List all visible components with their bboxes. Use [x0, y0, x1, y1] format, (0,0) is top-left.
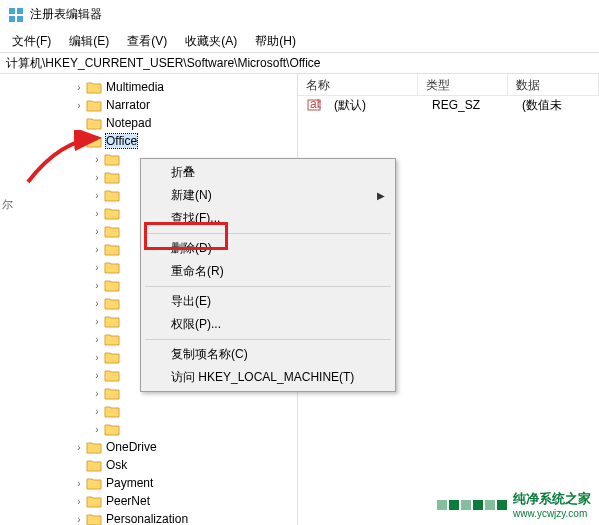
menu-file[interactable]: 文件(F)	[4, 31, 59, 52]
app-icon	[8, 7, 24, 23]
folder-icon	[86, 134, 102, 148]
tree-item[interactable]: Osk	[0, 456, 297, 474]
tree-item-label: Personalization	[106, 512, 188, 525]
chevron-right-icon[interactable]: ›	[72, 100, 86, 111]
menu-item-rename[interactable]: 重命名(R)	[143, 260, 393, 283]
tree-item-label: OneDrive	[106, 440, 157, 454]
folder-icon	[86, 494, 102, 508]
folder-icon	[104, 278, 120, 292]
folder-icon	[104, 350, 120, 364]
col-type[interactable]: 类型	[418, 74, 508, 95]
context-menu: 折叠 新建(N)▶ 查找(F)... 删除(D) 重命名(R) 导出(E) 权限…	[140, 158, 396, 392]
folder-icon	[104, 368, 120, 382]
list-header: 名称 类型 数据	[298, 74, 599, 96]
menu-help[interactable]: 帮助(H)	[247, 31, 304, 52]
tree-item[interactable]: ›PeerNet	[0, 492, 297, 510]
folder-icon	[104, 386, 120, 400]
folder-icon	[104, 206, 120, 220]
submenu-arrow-icon: ▶	[377, 190, 385, 201]
folder-icon	[86, 98, 102, 112]
svg-rect-2	[9, 16, 15, 22]
menu-item-copy-key[interactable]: 复制项名称(C)	[143, 343, 393, 366]
tree-item-label: Notepad	[106, 116, 151, 130]
menu-favorites[interactable]: 收藏夹(A)	[177, 31, 245, 52]
chevron-right-icon[interactable]: ›	[90, 388, 104, 399]
folder-icon	[104, 422, 120, 436]
folder-icon	[86, 476, 102, 490]
cell-data: (数值未	[514, 97, 599, 114]
chevron-right-icon[interactable]: ›	[90, 298, 104, 309]
svg-rect-0	[9, 8, 15, 14]
folder-icon	[104, 224, 120, 238]
address-bar[interactable]: 计算机\HKEY_CURRENT_USER\Software\Microsoft…	[0, 52, 599, 74]
tree-item[interactable]: ›OneDrive	[0, 438, 297, 456]
chevron-right-icon[interactable]: ›	[90, 424, 104, 435]
tree-item-label: Office	[106, 134, 137, 148]
tree-item[interactable]: ›	[0, 402, 297, 420]
menu-item-export[interactable]: 导出(E)	[143, 290, 393, 313]
chevron-right-icon[interactable]: ›	[90, 154, 104, 165]
menu-edit[interactable]: 编辑(E)	[61, 31, 117, 52]
tree-item-label: Narrator	[106, 98, 150, 112]
folder-icon	[104, 242, 120, 256]
chevron-right-icon[interactable]: ›	[90, 334, 104, 345]
folder-icon	[104, 170, 120, 184]
chevron-right-icon[interactable]: ›	[90, 316, 104, 327]
tree-item[interactable]: Notepad	[0, 114, 297, 132]
chevron-right-icon[interactable]: ›	[72, 442, 86, 453]
chevron-right-icon[interactable]: ›	[90, 370, 104, 381]
chevron-right-icon[interactable]: ›	[72, 514, 86, 525]
chevron-right-icon[interactable]: ›	[90, 280, 104, 291]
tree-item-label: Multimedia	[106, 80, 164, 94]
menu-separator	[145, 233, 391, 234]
chevron-right-icon[interactable]: ›	[90, 208, 104, 219]
chevron-right-icon[interactable]: ›	[90, 352, 104, 363]
folder-icon	[104, 296, 120, 310]
col-name[interactable]: 名称	[298, 74, 418, 95]
tree-item[interactable]: ›Multimedia	[0, 78, 297, 96]
tree-item[interactable]: ›Payment	[0, 474, 297, 492]
chevron-right-icon[interactable]: ›	[90, 262, 104, 273]
tree-item[interactable]: ›	[0, 420, 297, 438]
address-text: 计算机\HKEY_CURRENT_USER\Software\Microsoft…	[6, 55, 321, 72]
folder-icon	[104, 188, 120, 202]
tree-item-label: Osk	[106, 458, 127, 472]
chevron-right-icon[interactable]: ›	[90, 244, 104, 255]
tree-item-label: PeerNet	[106, 494, 150, 508]
menu-view[interactable]: 查看(V)	[119, 31, 175, 52]
chevron-down-icon[interactable]: ⌄	[72, 136, 86, 147]
menu-item-new[interactable]: 新建(N)▶	[143, 184, 393, 207]
folder-icon	[86, 116, 102, 130]
tree-item[interactable]: ⌄Office	[0, 132, 297, 150]
menu-item-permissions[interactable]: 权限(P)...	[143, 313, 393, 336]
chevron-right-icon[interactable]: ›	[72, 496, 86, 507]
list-row[interactable]: ab (默认) REG_SZ (数值未	[298, 96, 599, 114]
title-bar: 注册表编辑器	[0, 0, 599, 30]
menu-separator	[145, 339, 391, 340]
watermark-url: www.ycwjzy.com	[513, 508, 591, 519]
folder-icon	[86, 458, 102, 472]
tree-item-label: Payment	[106, 476, 153, 490]
chevron-right-icon[interactable]: ›	[90, 190, 104, 201]
folder-icon	[86, 512, 102, 525]
tree-item[interactable]: ›Personalization	[0, 510, 297, 525]
col-data[interactable]: 数据	[508, 74, 599, 95]
cell-name: (默认)	[326, 97, 424, 114]
window-title: 注册表编辑器	[30, 6, 102, 23]
svg-rect-3	[17, 16, 23, 22]
menu-bar: 文件(F) 编辑(E) 查看(V) 收藏夹(A) 帮助(H)	[0, 30, 599, 52]
chevron-right-icon[interactable]: ›	[72, 82, 86, 93]
menu-item-goto[interactable]: 访问 HKEY_LOCAL_MACHINE(T)	[143, 366, 393, 389]
chevron-right-icon[interactable]: ›	[72, 478, 86, 489]
chevron-right-icon[interactable]: ›	[90, 172, 104, 183]
tree-item[interactable]: ›Narrator	[0, 96, 297, 114]
chevron-right-icon[interactable]: ›	[90, 406, 104, 417]
menu-item-find[interactable]: 查找(F)...	[143, 207, 393, 230]
chevron-right-icon[interactable]: ›	[90, 226, 104, 237]
menu-item-delete[interactable]: 删除(D)	[143, 237, 393, 260]
cell-type: REG_SZ	[424, 98, 514, 112]
folder-icon	[86, 80, 102, 94]
menu-item-collapse[interactable]: 折叠	[143, 161, 393, 184]
svg-text:ab: ab	[310, 98, 321, 111]
watermark-logo-icon	[437, 500, 507, 510]
